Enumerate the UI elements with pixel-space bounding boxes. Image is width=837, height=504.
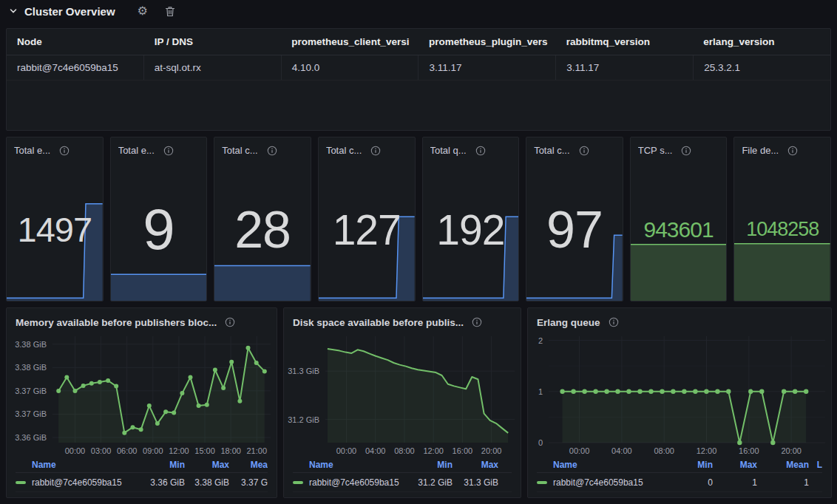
legend-col-min[interactable]: Min: [407, 460, 453, 470]
time-series-row: Memory available before publishers bloc.…: [6, 307, 832, 498]
svg-text:04:00: 04:00: [365, 446, 386, 455]
stat-value: 97: [526, 158, 623, 301]
stat-panel-total-connections: Total c... 127: [318, 137, 416, 302]
svg-text:3.37 GiB: 3.37 GiB: [15, 409, 47, 418]
legend-mean-value: 1: [757, 477, 809, 488]
svg-text:21:00: 21:00: [247, 446, 268, 455]
panel-title[interactable]: Total c...: [222, 145, 257, 156]
info-circle-icon[interactable]: [579, 146, 589, 156]
svg-text:00:00: 00:00: [569, 446, 590, 455]
svg-text:09:00: 09:00: [143, 446, 163, 455]
info-circle-icon[interactable]: [609, 317, 619, 327]
legend-max-value: 3.38 GiB: [185, 477, 229, 488]
legend-max-value: 31.3 GiB: [453, 477, 498, 488]
trash-icon[interactable]: [160, 3, 180, 19]
legend-min-value: 31.2 GiB: [407, 477, 453, 488]
legend-row: rabbit@7c4e6059ba15 31.2 GiB 31.3 GiB: [293, 473, 512, 492]
legend-mean-value: 3.37 G: [229, 477, 268, 488]
legend-max-value: 1: [713, 477, 757, 488]
memory-chart[interactable]: 3.36 GiB3.37 GiB3.37 GiB3.38 GiB3.38 GiB…: [7, 330, 277, 457]
column-header-erlang-version[interactable]: erlang_version: [693, 36, 830, 47]
panel-title[interactable]: File de...: [742, 145, 779, 156]
panel-title[interactable]: Memory available before publishers bloc.…: [16, 317, 217, 328]
column-header-prometheus-plugin-version[interactable]: prometheus_plugin_vers: [418, 36, 556, 47]
stat-value: 127: [319, 158, 415, 301]
legend-col-max[interactable]: Max: [453, 460, 498, 470]
svg-text:00:00: 00:00: [65, 446, 86, 455]
gear-icon[interactable]: ⚙: [132, 3, 153, 19]
svg-text:00:00: 00:00: [336, 446, 357, 455]
row-title[interactable]: Cluster Overview: [24, 5, 115, 18]
stat-value: 9: [111, 158, 207, 301]
svg-text:08:00: 08:00: [654, 446, 674, 455]
svg-text:31.2 GiB: 31.2 GiB: [288, 415, 319, 424]
legend-row: rabbit@7c4e6059ba15 3.36 GiB 3.38 GiB 3.…: [16, 473, 268, 492]
legend-row: rabbit@7c4e6059ba15 0 1 1: [537, 473, 822, 492]
legend-col-name[interactable]: Name: [293, 460, 407, 470]
panel-title[interactable]: Total c...: [326, 145, 362, 156]
info-circle-icon[interactable]: [267, 146, 277, 156]
svg-text:31.3 GiB: 31.3 GiB: [288, 367, 319, 375]
panel-title[interactable]: Total e...: [118, 145, 155, 156]
cell-erlang-version: 25.3.2.1: [693, 55, 830, 80]
legend-col-min[interactable]: Min: [670, 460, 713, 470]
info-circle-icon[interactable]: [370, 146, 381, 156]
legend: Name Min Max rabbit@7c4e6059ba15 31.2 Gi…: [284, 457, 521, 492]
panel-disk-space: Disk space available before publis... 31…: [283, 307, 521, 498]
erlang-queue-chart[interactable]: 01200:0004:0008:0012:0016:0020:00: [528, 330, 831, 457]
legend-col-mean[interactable]: Mea: [229, 460, 268, 470]
panel-title[interactable]: Erlang queue: [537, 317, 600, 328]
disk-chart[interactable]: 31.2 GiB31.3 GiB00:0004:0008:0012:0016:0…: [284, 330, 521, 457]
panel-memory-available: Memory available before publishers bloc.…: [6, 307, 277, 498]
info-circle-icon[interactable]: [681, 146, 691, 156]
cell-node: rabbit@7c4e6059ba15: [7, 55, 143, 80]
svg-text:1: 1: [538, 387, 543, 396]
series-swatch: [16, 481, 26, 484]
cell-prometheus-client-version: 4.10.0: [281, 55, 418, 80]
legend-min-value: 0: [670, 477, 713, 488]
panel-title[interactable]: TCP s...: [638, 145, 673, 156]
cell-prometheus-plugin-version: 3.11.17: [418, 55, 555, 80]
panel-title[interactable]: Disk space available before publis...: [293, 317, 464, 328]
column-header-node[interactable]: Node: [7, 36, 144, 47]
stat-value: 28: [214, 158, 311, 301]
info-circle-icon[interactable]: [59, 146, 70, 156]
legend-col-name[interactable]: Name: [537, 460, 670, 470]
legend-col-max[interactable]: Max: [185, 460, 229, 470]
legend-col-min[interactable]: Min: [140, 460, 185, 470]
column-header-prometheus-client-version[interactable]: prometheus_client_versi: [281, 36, 418, 47]
svg-text:12:00: 12:00: [169, 446, 189, 455]
panel-title[interactable]: Total e...: [14, 145, 50, 156]
info-circle-icon[interactable]: [163, 146, 174, 156]
legend-series-name[interactable]: rabbit@7c4e6059ba15: [293, 477, 407, 488]
svg-text:0: 0: [538, 438, 543, 447]
info-circle-icon[interactable]: [475, 146, 486, 156]
svg-text:2: 2: [538, 336, 543, 345]
stat-panel-tcp-sockets: TCP s... 943601: [630, 137, 728, 302]
legend-col-name[interactable]: Name: [16, 460, 140, 470]
info-circle-icon[interactable]: [225, 317, 235, 327]
legend-col-last[interactable]: L: [809, 460, 822, 470]
legend-series-name[interactable]: rabbit@7c4e6059ba15: [16, 477, 140, 488]
svg-text:12:00: 12:00: [697, 446, 717, 455]
table-row: rabbit@7c4e6059ba15 at-sql.ot.rx 4.10.0 …: [7, 55, 830, 81]
svg-text:16:00: 16:00: [453, 446, 473, 455]
legend-series-name[interactable]: rabbit@7c4e6059ba15: [537, 477, 670, 488]
column-header-rabbitmq-version[interactable]: rabbitmq_version: [556, 36, 694, 47]
chevron-down-icon[interactable]: [9, 7, 18, 16]
svg-text:20:00: 20:00: [481, 446, 502, 455]
svg-text:3.36 GiB: 3.36 GiB: [15, 433, 47, 442]
stat-panel-row: Total e... 1497 Total e... 9 Total c... …: [6, 137, 831, 302]
info-circle-icon[interactable]: [787, 146, 798, 156]
panel-title[interactable]: Total c...: [534, 145, 569, 156]
legend-col-mean[interactable]: Mean: [757, 460, 809, 470]
svg-text:18:00: 18:00: [220, 446, 241, 455]
panel-title[interactable]: Total q...: [430, 145, 467, 156]
stat-panel-total-queues: Total q... 192: [422, 137, 520, 302]
column-header-ip-dns[interactable]: IP / DNS: [144, 36, 282, 47]
stat-value: 1497: [7, 158, 103, 301]
info-circle-icon[interactable]: [472, 317, 482, 327]
svg-text:15:00: 15:00: [194, 446, 215, 455]
series-swatch: [293, 481, 303, 484]
legend-col-max[interactable]: Max: [713, 460, 757, 470]
